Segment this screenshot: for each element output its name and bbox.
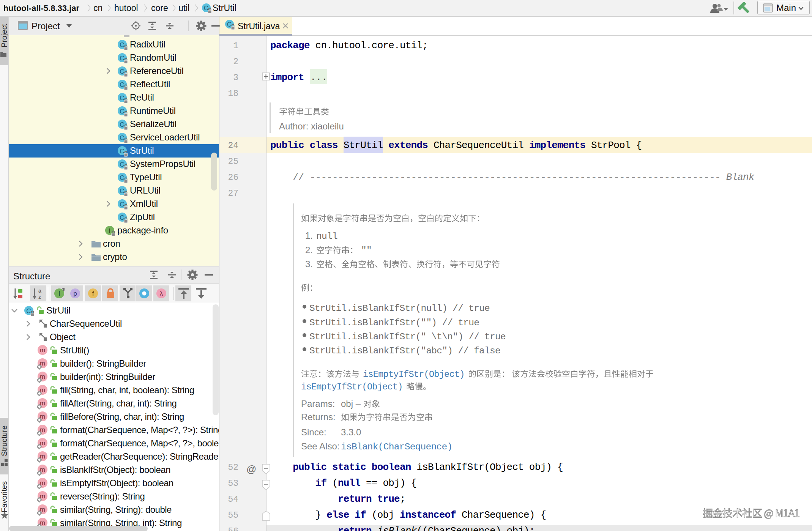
svg-text:a: a bbox=[38, 288, 41, 294]
svg-text:C: C bbox=[120, 174, 124, 181]
svg-text:C: C bbox=[120, 121, 124, 128]
svg-text:C: C bbox=[26, 307, 31, 315]
svg-text:C: C bbox=[120, 55, 124, 62]
svg-text:C: C bbox=[120, 68, 124, 75]
svg-text:I: I bbox=[58, 290, 60, 297]
svg-text:C: C bbox=[120, 81, 124, 88]
svg-text:C: C bbox=[120, 201, 124, 208]
svg-text:C: C bbox=[120, 134, 124, 142]
svg-text:C: C bbox=[120, 188, 124, 195]
svg-text:C: C bbox=[120, 95, 124, 102]
svg-text:I: I bbox=[109, 227, 110, 235]
svg-text:C: C bbox=[227, 21, 232, 28]
svg-text:f: f bbox=[92, 290, 94, 297]
svg-text:z: z bbox=[38, 294, 41, 300]
svg-text:λ: λ bbox=[160, 290, 163, 297]
svg-text:C: C bbox=[120, 108, 124, 115]
svg-text:m: m bbox=[40, 347, 45, 354]
svg-text:C: C bbox=[120, 214, 124, 221]
svg-text:C: C bbox=[120, 161, 124, 168]
svg-text:p: p bbox=[73, 290, 77, 297]
svg-text:C: C bbox=[120, 148, 124, 155]
svg-text:C: C bbox=[120, 41, 124, 49]
svg-text:C: C bbox=[204, 5, 208, 12]
